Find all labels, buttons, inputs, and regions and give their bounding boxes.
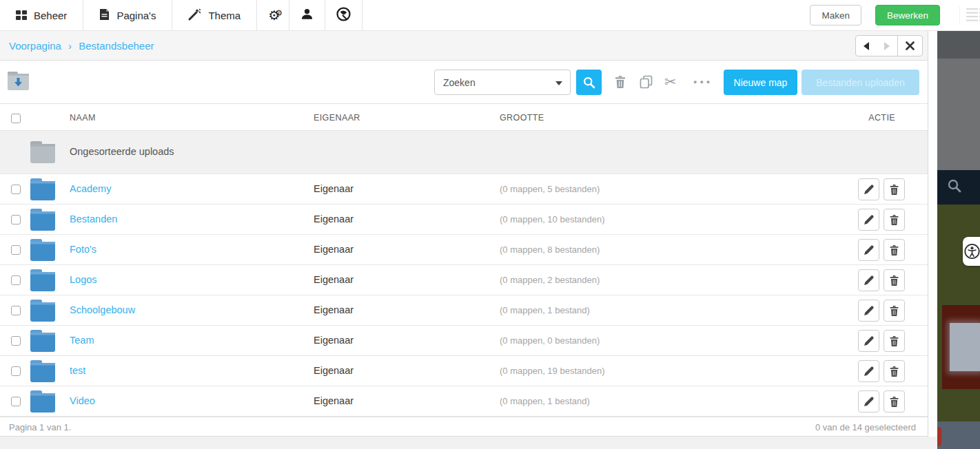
new-folder-button[interactable]: Nieuwe map [724, 70, 797, 95]
folder-size: (0 mappen, 19 bestanden) [500, 366, 605, 376]
select-all-checkbox[interactable] [11, 114, 21, 123]
breadcrumb-current-link[interactable]: Bestandsbeheer [79, 40, 154, 52]
row-checkbox[interactable] [11, 215, 21, 224]
edit-button[interactable] [858, 178, 879, 200]
unsorted-uploads-label[interactable]: Ongesorteerde uploads [70, 146, 174, 157]
header-size[interactable]: GROOTTE [500, 113, 544, 123]
menu-item-beheer[interactable]: Beheer [0, 0, 83, 30]
row-checkbox[interactable] [11, 275, 21, 285]
delete-button[interactable] [884, 209, 905, 231]
header-name[interactable]: NAAM [70, 113, 96, 123]
blue-folder-icon[interactable] [29, 269, 57, 295]
edit-button[interactable] [858, 269, 879, 291]
delete-button[interactable] [884, 360, 905, 382]
folder-owner: Eigenaar [314, 274, 354, 285]
menu-item-thema[interactable]: Thema [172, 0, 257, 30]
copy-icon[interactable] [640, 61, 653, 103]
site-background-strip [937, 31, 980, 449]
blue-folder-icon[interactable] [29, 178, 57, 204]
delete-button[interactable] [884, 269, 905, 291]
site-lower-strip [937, 421, 980, 449]
folder-name-link[interactable]: Schoolgebouw [70, 304, 135, 315]
edit-button[interactable] [858, 300, 879, 322]
gray-folder-icon [29, 140, 57, 167]
download-folder-icon[interactable] [7, 71, 30, 94]
header-action: ACTIE [868, 113, 895, 123]
delete-button[interactable] [884, 300, 905, 322]
bewerken-button[interactable]: Bewerken [875, 5, 940, 25]
folder-name-link[interactable]: Video [70, 395, 95, 406]
cms-toolbar: Beheer Pagina's Thema ⚙⚙ [0, 0, 980, 31]
search-input[interactable] [443, 70, 553, 94]
delete-button[interactable] [884, 390, 905, 413]
more-options-icon[interactable]: ●●● [693, 61, 713, 103]
row-checkbox[interactable] [11, 397, 21, 406]
nav-back-button[interactable] [856, 36, 877, 56]
page-info: Pagina 1 van 1. [9, 422, 71, 432]
breadcrumb-bar: Voorpagina › Bestandsbeheer [0, 31, 928, 61]
delete-button[interactable] [884, 239, 905, 261]
table-row: Schoolgebouw Eigenaar (0 mappen, 1 besta… [0, 295, 928, 326]
row-checkbox[interactable] [11, 366, 21, 376]
unsorted-uploads-row[interactable]: Ongesorteerde uploads [0, 131, 928, 174]
breadcrumb-home-link[interactable]: Voorpagina [9, 40, 61, 52]
blue-folder-icon[interactable] [29, 329, 57, 355]
row-checkbox[interactable] [11, 306, 21, 315]
menu-item-system[interactable]: ⚙⚙ [257, 0, 289, 30]
dialog-bottom-area [0, 437, 937, 449]
blue-folder-icon[interactable] [29, 359, 57, 386]
menu-item-site[interactable] [325, 0, 363, 30]
menu-item-user[interactable] [289, 0, 325, 30]
site-search-icon [947, 178, 962, 196]
delete-button[interactable] [884, 178, 905, 200]
row-checkbox[interactable] [11, 185, 21, 194]
accessibility-icon [964, 242, 980, 261]
edit-button[interactable] [858, 239, 879, 261]
folder-name-link[interactable]: Foto's [70, 244, 96, 255]
header-owner[interactable]: EIGENAAR [314, 113, 360, 123]
photo-frame-inner [950, 323, 980, 371]
folder-owner: Eigenaar [314, 244, 354, 255]
dashboard-grid-icon [16, 10, 27, 20]
row-checkbox[interactable] [11, 336, 21, 346]
edit-button[interactable] [858, 390, 879, 413]
blue-folder-icon[interactable] [29, 299, 57, 325]
folder-name-link[interactable]: Academy [70, 183, 111, 194]
folder-name-link[interactable]: Bestanden [70, 213, 117, 224]
folder-name-link[interactable]: test [70, 365, 85, 376]
nav-forward-button[interactable] [877, 36, 897, 56]
blue-folder-icon[interactable] [29, 238, 57, 264]
row-checkbox[interactable] [11, 245, 21, 255]
chevron-down-icon[interactable] [555, 81, 562, 85]
blue-folder-icon[interactable] [29, 208, 57, 234]
gears-icon: ⚙⚙ [268, 9, 278, 22]
table-row: Video Eigenaar (0 mappen, 1 bestand) [0, 386, 928, 417]
menu-item-label: Pagina's [116, 10, 156, 21]
maken-button[interactable]: Maken [810, 5, 861, 25]
folder-name-link[interactable]: Team [70, 335, 94, 346]
menu-item-paginas[interactable]: Pagina's [83, 0, 172, 30]
edit-button[interactable] [858, 209, 879, 231]
table-row: Team Eigenaar (0 mappen, 0 bestanden) [0, 326, 928, 356]
accessibility-widget-button[interactable] [963, 237, 980, 266]
menu-item-label: Thema [208, 10, 241, 21]
list-view-icon[interactable] [959, 6, 980, 24]
delete-button[interactable] [884, 330, 905, 352]
globe-icon [336, 7, 351, 23]
table-row: Logos Eigenaar (0 mappen, 2 bestanden) [0, 265, 928, 295]
edit-button[interactable] [858, 360, 879, 382]
close-icon[interactable] [897, 36, 922, 56]
edit-button[interactable] [858, 330, 879, 352]
search-button[interactable] [576, 70, 602, 95]
blue-folder-icon[interactable] [29, 390, 57, 416]
delete-selected-icon[interactable] [614, 61, 626, 103]
cut-icon[interactable]: ✂ [664, 61, 677, 103]
site-navbar-strip [937, 170, 980, 205]
red-detail [937, 427, 941, 446]
table-header: NAAM EIGENAAR GROOTTE ACTIE [0, 103, 928, 131]
upload-files-button: Bestanden uploaden [802, 70, 919, 95]
table-row: Academy Eigenaar (0 mappen, 5 bestanden) [0, 174, 928, 205]
folder-name-link[interactable]: Logos [70, 274, 97, 285]
table-row: Bestanden Eigenaar (0 mappen, 10 bestand… [0, 205, 928, 235]
folder-owner: Eigenaar [314, 183, 354, 194]
